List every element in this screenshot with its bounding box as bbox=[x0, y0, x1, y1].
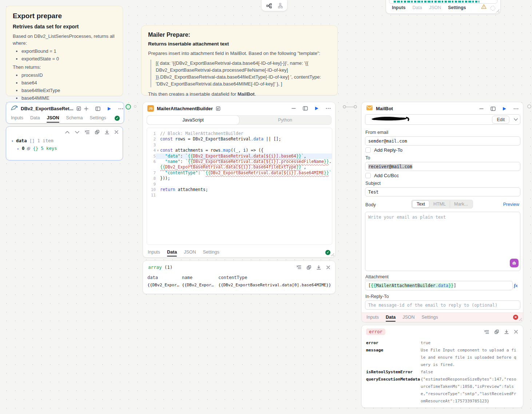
fold-marker bbox=[156, 182, 160, 187]
in-reply-to-input[interactable] bbox=[365, 300, 520, 310]
tab-json[interactable]: JSON bbox=[47, 114, 59, 123]
mailbot-output-handle[interactable] bbox=[527, 104, 531, 108]
mailbot-error-panel[interactable]: error errortruemessageUse File Input com… bbox=[361, 325, 523, 408]
tab-schema[interactable]: Schema bbox=[66, 114, 83, 123]
note-icon[interactable] bbox=[76, 106, 81, 111]
run-block-icon[interactable] bbox=[315, 106, 319, 111]
tab-inputs[interactable]: Inputs bbox=[11, 114, 23, 123]
mailbot-input-handle[interactable] bbox=[354, 105, 357, 108]
tab-inputs[interactable]: Inputs bbox=[148, 248, 160, 256]
tab-data[interactable]: Data bbox=[413, 3, 422, 13]
vertical-layout-icon[interactable] bbox=[278, 3, 283, 8]
caret-down-icon[interactable]: ▾ bbox=[11, 139, 13, 143]
mailer-input-handle[interactable] bbox=[134, 105, 136, 108]
preview-link[interactable]: Preview bbox=[503, 202, 519, 207]
tab-settings[interactable]: Settings bbox=[90, 114, 106, 123]
more-options-icon[interactable] bbox=[513, 108, 519, 110]
copy-icon[interactable] bbox=[495, 330, 499, 334]
to-input[interactable]: receiver@mail.com bbox=[365, 162, 520, 171]
attachment-input[interactable]: [ {{ MailerAttachmentBuilder.data }} ] bbox=[365, 281, 513, 290]
open-panel-icon[interactable] bbox=[95, 107, 100, 111]
add-icon[interactable] bbox=[84, 107, 88, 111]
horizontal-layout-icon[interactable] bbox=[266, 3, 272, 8]
download-icon[interactable] bbox=[317, 265, 321, 270]
open-panel-icon[interactable] bbox=[491, 107, 496, 111]
close-icon[interactable] bbox=[514, 330, 518, 334]
chevron-down-icon[interactable] bbox=[514, 118, 518, 121]
tab-python[interactable]: Python bbox=[239, 116, 331, 124]
note-icon[interactable] bbox=[216, 106, 221, 111]
cc-bcc-checkbox[interactable] bbox=[365, 173, 371, 178]
note-export-prepare[interactable]: Export prepare Retrives data set for exp… bbox=[6, 6, 123, 96]
open-panel-icon[interactable] bbox=[303, 106, 308, 111]
expand-all-icon[interactable] bbox=[484, 330, 489, 334]
tab-html[interactable]: HTML bbox=[429, 201, 450, 207]
dbv2-json-panel[interactable]: ▾ data [] 1 item ▸ 0 {} 5 keys bbox=[6, 126, 123, 160]
tab-settings[interactable]: Settings bbox=[422, 314, 438, 322]
tab-json[interactable]: JSON bbox=[184, 248, 196, 256]
dbv2-output-handle[interactable] bbox=[126, 104, 131, 110]
fold-marker bbox=[156, 170, 160, 176]
token: ] bbox=[453, 283, 456, 288]
more-options-icon[interactable] bbox=[326, 108, 331, 109]
fx-expression-icon[interactable]: fx bbox=[514, 283, 518, 288]
add-reply-to-row[interactable]: Add Reply-To bbox=[365, 147, 402, 153]
code-line: 1// Block: MailerAttachmentBuilder bbox=[148, 131, 332, 136]
line-number: 10 bbox=[148, 187, 156, 192]
tab-data[interactable]: Data bbox=[30, 114, 40, 123]
copy-value-icon[interactable] bbox=[27, 147, 30, 150]
tab-json[interactable]: JSON bbox=[429, 3, 441, 13]
add-cc-bcc-row[interactable]: Add Cc/Bcc bbox=[365, 173, 399, 178]
block-dbv2-exportbaseretrival[interactable]: DBv2_ExportBaseRet... InputsDataJSONSche… bbox=[6, 102, 124, 124]
close-icon[interactable] bbox=[326, 266, 330, 269]
collapse-up-icon[interactable] bbox=[65, 131, 70, 134]
resize-handle[interactable] bbox=[496, 9, 499, 12]
subject-input[interactable] bbox=[365, 187, 520, 196]
download-icon[interactable] bbox=[105, 130, 109, 134]
error-value: {"estimatedResponseSizeBytes":147,"resou… bbox=[421, 376, 519, 405]
block-title: MailBot bbox=[376, 106, 393, 111]
tab-data[interactable]: Data bbox=[167, 248, 177, 256]
tab-json[interactable]: JSON bbox=[402, 314, 414, 322]
block-mailbot[interactable]: MailBot Edit From email Add Reply-To To … bbox=[361, 102, 523, 322]
tab-data[interactable]: Data bbox=[386, 314, 396, 322]
json-root-row[interactable]: ▾ data [] 1 item bbox=[11, 138, 53, 143]
tab-inputs[interactable]: Inputs bbox=[366, 314, 379, 322]
block-title: MailerAttachmentBuilder bbox=[157, 106, 213, 111]
body-textarea[interactable] bbox=[365, 212, 520, 271]
run-block-icon[interactable] bbox=[503, 107, 507, 111]
canvas-layout-toolbar bbox=[262, 0, 287, 11]
download-icon[interactable] bbox=[504, 330, 509, 334]
close-icon[interactable] bbox=[115, 130, 118, 134]
expand-down-icon[interactable] bbox=[75, 131, 79, 134]
token: {{ bbox=[371, 283, 376, 288]
expand-all-icon[interactable] bbox=[85, 130, 90, 134]
caret-right-icon[interactable]: ▸ bbox=[17, 147, 19, 151]
tab-text[interactable]: Text bbox=[412, 200, 429, 208]
minimize-icon[interactable] bbox=[291, 106, 296, 111]
from-email-input[interactable] bbox=[365, 136, 520, 146]
code-editor[interactable]: 1// Block: MailerAttachmentBuilder2const… bbox=[147, 128, 332, 245]
copy-icon[interactable] bbox=[95, 130, 99, 134]
edit-resource-button[interactable]: Edit bbox=[492, 116, 509, 124]
tab-mark[interactable]: Mark... bbox=[450, 201, 472, 207]
reply-to-checkbox[interactable] bbox=[365, 147, 371, 153]
resource-selector[interactable]: Edit bbox=[365, 114, 520, 125]
mailer-data-panel[interactable]: array (1) datanamecontentType {{DBv2_Exp… bbox=[143, 260, 336, 294]
expand-all-icon[interactable] bbox=[297, 265, 301, 269]
mailer-output-handle[interactable] bbox=[343, 105, 346, 108]
tab-settings[interactable]: Settings bbox=[448, 3, 466, 13]
minimize-icon[interactable] bbox=[479, 107, 484, 111]
tab-settings[interactable]: Settings bbox=[203, 248, 219, 256]
block-mailer-attachment-builder[interactable]: JS MailerAttachmentBuilder JavaScriptPyt… bbox=[143, 102, 336, 258]
tab-inputs[interactable]: Inputs bbox=[392, 3, 406, 13]
json-child-row[interactable]: ▸ 0 {} 5 keys bbox=[17, 146, 57, 151]
tab-javascript[interactable]: JavaScript bbox=[147, 116, 239, 124]
clipped-top-panel: InputsDataJSONSettings bbox=[386, 0, 501, 14]
run-block-icon[interactable] bbox=[107, 107, 111, 111]
ai-assistant-icon[interactable] bbox=[510, 259, 519, 267]
error-key-value-list: errortruemessageUse File Input component… bbox=[362, 339, 523, 405]
more-options-icon[interactable] bbox=[118, 108, 123, 110]
note-mailer-prepare[interactable]: Mailer Prepare: Returns insertable attac… bbox=[141, 25, 338, 95]
copy-icon[interactable] bbox=[307, 265, 311, 270]
